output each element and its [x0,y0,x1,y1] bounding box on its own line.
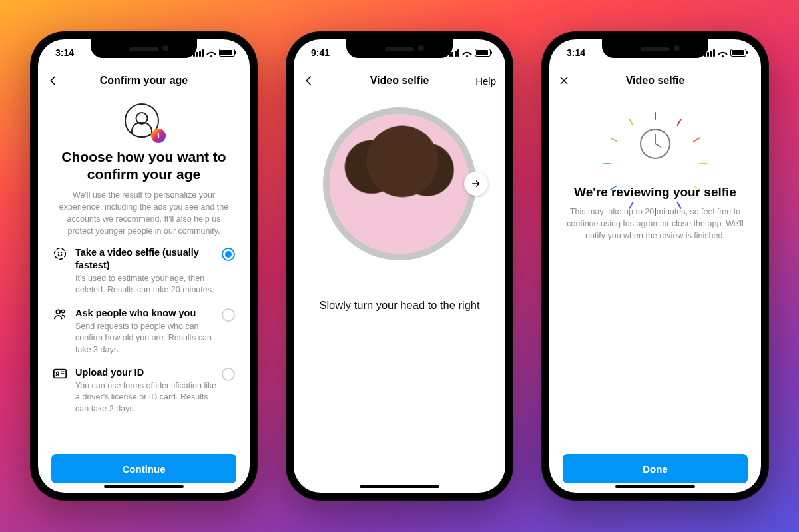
wifi-icon [718,49,728,57]
radio-selected[interactable] [222,248,235,261]
radio-unselected[interactable] [222,368,235,381]
nav-bar: Video selfie Help [294,66,505,95]
promo-stage: 3:14 Confirm your age i [0,0,799,532]
page-title: We're reviewing your selfie [564,184,746,200]
home-indicator [615,485,695,488]
option-desc: You can use forms of identification like… [75,380,218,415]
id-card-icon [53,366,67,381]
option-title: Take a video selfie (usually fastest) [75,246,218,272]
home-indicator [360,485,439,488]
option-title: Upload your ID [75,366,218,379]
device-notch [91,39,197,58]
arrow-right-icon [471,178,481,189]
wifi-icon [206,49,216,57]
person-info-icon: i [125,103,163,142]
capture-instruction: Slowly turn your head to the right [308,299,491,312]
option-upload-id[interactable]: Upload your ID You can use forms of iden… [53,366,235,415]
back-button[interactable] [47,75,79,87]
close-button[interactable] [559,75,591,86]
phone-mockup-2: 9:41 Video selfie Help [286,31,513,501]
hero-illustration: i [53,99,235,148]
page-title: Choose how you want to confirm your age [53,148,235,184]
svg-point-3 [56,310,60,314]
close-icon [559,75,569,86]
status-time: 9:41 [311,47,330,58]
device-notch [346,39,453,58]
people-icon [53,307,67,322]
battery-icon [219,49,235,57]
phone-mockup-3: 3:14 Video selfie [541,31,769,501]
face-scan-icon [53,246,67,261]
option-desc: It's used to estimate your age, then del… [75,273,218,296]
svg-point-4 [61,310,64,312]
help-link[interactable]: Help [464,75,496,87]
nav-bar: Confirm your age [38,66,250,95]
nav-bar: Video selfie [549,66,761,95]
battery-icon [475,49,491,57]
svg-point-6 [57,372,59,374]
svg-point-2 [61,252,62,253]
page-subtitle: We'll use the result to personalize your… [53,184,235,247]
continue-button[interactable]: Continue [51,454,236,483]
done-button[interactable]: Done [563,454,748,483]
back-button[interactable] [303,75,335,87]
option-ask-people[interactable]: Ask people who know you Send requests to… [53,307,235,356]
status-time: 3:14 [55,47,74,58]
hero-illustration [564,99,746,184]
option-title: Ask people who know you [75,307,218,320]
option-video-selfie[interactable]: Take a video selfie (usually fastest) It… [53,246,235,296]
clock-loading-icon [624,113,686,175]
radio-unselected[interactable] [222,308,235,322]
wifi-icon [462,49,472,57]
status-time: 3:14 [567,47,585,58]
direction-arrow [464,172,488,196]
option-desc: Send requests to people who can confirm … [75,321,218,356]
svg-point-1 [58,252,59,253]
svg-point-0 [55,248,66,260]
selfie-capture-ring [323,107,476,260]
selfie-preview [330,114,469,254]
chevron-left-icon [47,75,59,87]
phone-mockup-1: 3:14 Confirm your age i [30,31,258,501]
battery-icon [730,49,746,57]
home-indicator [104,485,184,488]
device-notch [602,39,708,58]
chevron-left-icon [303,75,315,87]
